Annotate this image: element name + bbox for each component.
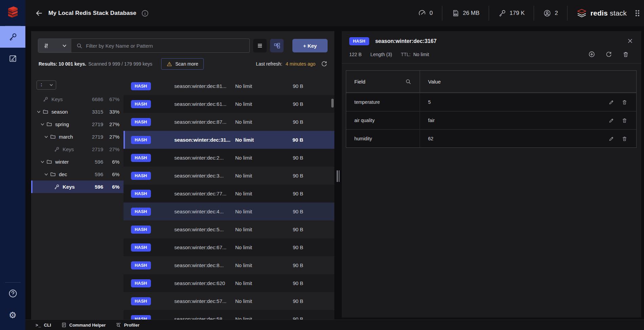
refresh-icon[interactable] [321, 61, 328, 67]
plus-circle-icon [588, 51, 595, 58]
table-header-row: Field Value [346, 71, 636, 93]
tree-item-keys-march[interactable]: Keys 2719 27% [31, 143, 124, 156]
field-value: fair [428, 118, 435, 123]
key-row-hovered[interactable]: HASH season:winter:dec:4... No limit 90 … [124, 203, 334, 220]
keys-browser-panel: + Key Results: 10 001 keys. Scanned 9 99… [31, 31, 334, 320]
trash-icon [622, 118, 627, 123]
cli-prompt-icon: >_ [36, 323, 41, 328]
field-value: 5 [428, 99, 431, 105]
delete-field-button[interactable] [622, 99, 627, 105]
field-row[interactable]: air quality fair [346, 111, 636, 129]
key-row[interactable]: HASH season:winter:dec:87... No limit 90… [124, 113, 334, 131]
edit-field-button[interactable] [608, 136, 614, 142]
brand-stack: stack [610, 9, 627, 17]
field-row[interactable]: temperature 5 [346, 93, 636, 111]
stack-layers-icon [576, 8, 587, 18]
profiler-icon [116, 322, 121, 328]
document-icon [61, 322, 67, 328]
field-row[interactable]: humidity 62 [346, 129, 636, 147]
scan-more-button[interactable]: Scan more [161, 58, 204, 70]
stat-clients-value: 2 [555, 10, 558, 17]
key-row[interactable]: HASH season:winter:dec:5... No limit 90 … [124, 220, 334, 238]
profiler-button[interactable]: Profiler [116, 322, 139, 328]
filter-sliders-icon [43, 43, 49, 49]
key-row[interactable]: HASH season:winter:dec:8... No limit 90 … [124, 256, 334, 274]
sidebar-item-settings[interactable]: ⚙ [0, 304, 25, 326]
chevron-down-icon [40, 122, 45, 126]
key-row-selected[interactable]: HASH season:winter:dec:31... No limit 90… [124, 131, 334, 149]
cli-button[interactable]: >_ CLI [36, 323, 51, 328]
type-badge: HASH [131, 154, 151, 162]
key-row[interactable]: HASH season:winter:dec:57... No limit 90… [124, 292, 334, 310]
sidebar-item-help[interactable] [0, 283, 25, 304]
filter-type-dropdown[interactable] [38, 39, 71, 52]
command-helper-button[interactable]: Command Helper [61, 322, 106, 328]
selected-key-name[interactable]: season:winter:dec:3167 [375, 38, 437, 44]
key-row[interactable]: HASH season:winter:dec:77... No limit 90… [124, 185, 334, 203]
delimiter-select[interactable]: : [37, 80, 56, 90]
key-row[interactable]: HASH season:winter:dec:81... No limit 90… [124, 77, 334, 95]
tree-item-spring[interactable]: spring 2719 27% [31, 118, 124, 131]
more-menu-icon[interactable] [636, 10, 639, 16]
back-button[interactable] [32, 6, 46, 20]
tree-item-dec[interactable]: dec 596 6% [31, 168, 124, 181]
type-badge: HASH [131, 118, 151, 126]
browser-controls: + Key [31, 31, 334, 53]
key-row[interactable]: HASH season:winter:dec:3... No limit 90 … [124, 167, 334, 185]
redis-logo[interactable] [0, 0, 25, 26]
delete-field-button[interactable] [622, 118, 627, 123]
tree-item-winter[interactable]: winter 596 6% [31, 156, 124, 168]
tree-item-keys-root[interactable]: Keys 6686 67% [31, 93, 124, 105]
type-badge: HASH [131, 82, 151, 90]
sidebar: ⚙ [0, 0, 25, 330]
edit-field-button[interactable] [608, 118, 614, 123]
field-search-icon[interactable] [405, 78, 412, 85]
edit-field-button[interactable] [608, 99, 614, 105]
tree-view-icon [274, 43, 280, 49]
brand-text: redis stack [591, 9, 627, 17]
refresh-key-button[interactable] [605, 51, 612, 58]
ttl-label: TTL: [401, 52, 410, 57]
ttl-value[interactable]: No limit [413, 52, 429, 57]
tree-item-season[interactable]: season 3315 33% [31, 105, 124, 118]
key-list: HASH season:winter:dec:81... No limit 90… [124, 77, 334, 320]
add-field-button[interactable] [588, 51, 595, 58]
add-key-button[interactable]: + Key [292, 39, 328, 52]
search-bar [71, 39, 249, 52]
scan-more-label: Scan more [175, 61, 198, 67]
key-icon [43, 96, 48, 102]
field-name: temperature [346, 93, 420, 111]
type-badge: HASH [131, 136, 151, 144]
pencil-icon [608, 99, 614, 105]
key-filter-input[interactable] [86, 43, 245, 49]
type-badge: HASH [131, 172, 151, 180]
tree-view-button[interactable] [270, 39, 284, 52]
search-icon [76, 43, 83, 49]
stat-memory-value: 26 MB [463, 10, 480, 17]
sidebar-item-browser[interactable] [0, 26, 25, 48]
tree-item-keys-dec[interactable]: Keys 596 6% [31, 181, 124, 193]
key-row[interactable]: HASH season:winter:dec:2... No limit 90 … [124, 149, 334, 167]
chevron-down-icon [62, 44, 67, 48]
delete-field-button[interactable] [622, 136, 627, 142]
stat-total-keys-value: 179 K [510, 10, 525, 17]
list-view-button[interactable] [253, 39, 267, 52]
panel-resize-handle[interactable] [334, 26, 342, 320]
key-row[interactable]: HASH season:winter:dec:58... No limit 90… [124, 310, 334, 320]
key-row[interactable]: HASH season:winter:dec:67... No limit 90… [124, 238, 334, 256]
tree-item-march[interactable]: march 2719 27% [31, 131, 124, 143]
stat-total-keys: 179 K [489, 6, 534, 21]
user-icon [543, 9, 551, 17]
keys-tree: : Keys 6686 67% [31, 77, 124, 320]
delete-key-button[interactable] [622, 51, 629, 58]
sidebar-item-workbench[interactable] [0, 48, 25, 69]
chevron-down-icon [49, 83, 53, 87]
info-icon[interactable] [141, 9, 149, 17]
key-row[interactable]: HASH season:winter:dec:620 No limit 90 B [124, 274, 334, 292]
key-row[interactable]: HASH season:winter:dec:61... No limit 90… [124, 95, 334, 113]
help-icon [8, 289, 18, 298]
close-details-button[interactable] [624, 35, 636, 47]
scrollbar-thumb[interactable] [331, 99, 334, 108]
type-badge: HASH [131, 279, 151, 287]
stat-commands: 0 [409, 6, 442, 21]
